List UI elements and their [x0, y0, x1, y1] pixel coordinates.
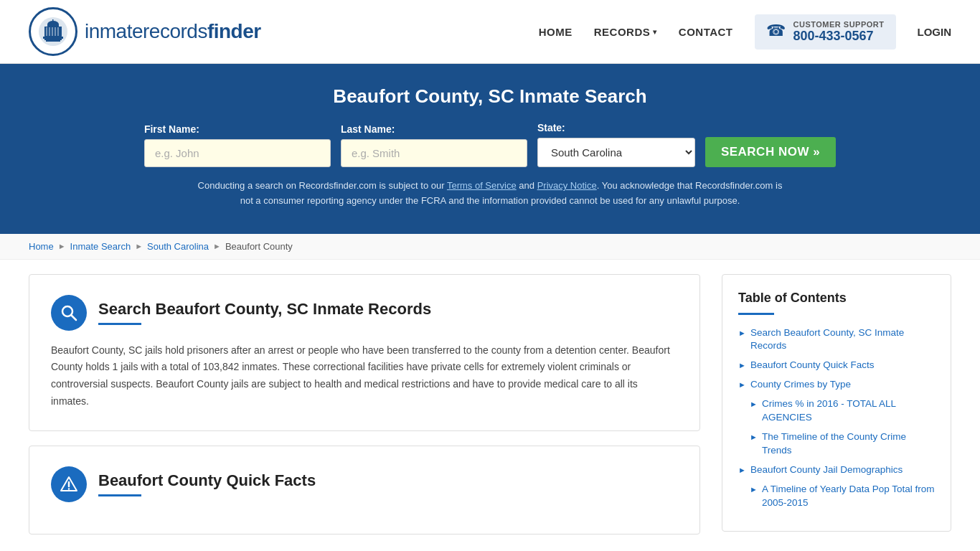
first-name-group: First Name:: [144, 123, 331, 167]
site-header: inmaterecordsfinder HOME RECORDS ▾ CONTA…: [0, 0, 980, 64]
breadcrumb-home[interactable]: Home: [29, 241, 54, 252]
toc-item-1: ► Search Beaufort County, SC Inmate Reco…: [738, 326, 935, 354]
last-name-input[interactable]: [341, 139, 527, 167]
toc-item-7: ► A Timeline of Yearly Data Pop Total fr…: [750, 483, 935, 510]
support-text-area: CUSTOMER SUPPORT 800-433-0567: [793, 20, 885, 44]
section-title-quickfacts: Beaufort County Quick Facts: [98, 471, 316, 490]
svg-rect-9: [43, 37, 63, 39]
svg-rect-6: [52, 27, 53, 36]
toc-divider: [738, 313, 774, 315]
quick-facts-section: Beaufort County Quick Facts: [29, 446, 700, 534]
site-logo[interactable]: inmaterecordsfinder: [29, 7, 261, 56]
toc-list: ► Search Beaufort County, SC Inmate Reco…: [738, 326, 935, 510]
hero-title: Beaufort County, SC Inmate Search: [29, 85, 951, 108]
magnifier-icon: [60, 303, 78, 322]
nav-records[interactable]: RECORDS ▾: [594, 26, 657, 38]
toc-chevron-6: ►: [738, 465, 746, 476]
breadcrumb-sep-2: ►: [135, 242, 143, 250]
svg-rect-8: [57, 27, 59, 36]
nav-home[interactable]: HOME: [539, 26, 573, 38]
toc-chevron-4: ►: [750, 399, 758, 410]
section-title-group: Search Beaufort County, SC Inmate Record…: [98, 300, 431, 325]
search-icon-circle: [51, 295, 87, 331]
section-title-search: Search Beaufort County, SC Inmate Record…: [98, 300, 431, 319]
state-label: State:: [537, 122, 565, 133]
svg-point-17: [68, 488, 70, 489]
toc-label-5: The Timeline of the County Crime Trends: [762, 430, 935, 458]
state-group: State: South Carolina Alabama Alaska Ari…: [537, 122, 695, 167]
toc-item-6: ► Beaufort County Jail Demographics: [738, 463, 935, 477]
toc-box: Table of Contents ► Search Beaufort Coun…: [722, 274, 951, 532]
toc-link-5[interactable]: ► The Timeline of the County Crime Trend…: [750, 430, 935, 458]
svg-rect-5: [49, 27, 50, 36]
toc-chevron-7: ►: [750, 484, 758, 495]
toc-label-3: County Crimes by Type: [750, 378, 851, 392]
hero-disclaimer: Conducting a search on Recordsfinder.com…: [196, 179, 784, 209]
breadcrumb-sep-3: ►: [213, 242, 221, 250]
logo-icon: [29, 7, 77, 56]
toc-link-4[interactable]: ► Crimes % in 2016 - TOTAL ALL AGENCIES: [750, 397, 935, 425]
first-name-input[interactable]: [144, 139, 331, 167]
toc-item-3: ► County Crimes by Type: [738, 378, 935, 392]
toc-chevron-1: ►: [738, 328, 746, 339]
nav-contact[interactable]: CONTACT: [679, 26, 733, 38]
support-label: CUSTOMER SUPPORT: [793, 20, 885, 29]
section-title-underline: [98, 323, 141, 325]
toc-chevron-5: ►: [750, 432, 758, 443]
chevron-down-icon: ▾: [653, 28, 657, 36]
privacy-link[interactable]: Privacy Notice: [537, 180, 597, 191]
toc-title: Table of Contents: [738, 291, 935, 306]
svg-rect-11: [46, 40, 60, 42]
customer-support-box: ☎ CUSTOMER SUPPORT 800-433-0567: [755, 14, 896, 50]
toc-label-6: Beaufort County Jail Demographics: [750, 463, 903, 477]
breadcrumb-inmate-search[interactable]: Inmate Search: [70, 241, 131, 252]
breadcrumb: Home ► Inmate Search ► South Carolina ► …: [0, 234, 980, 260]
toc-label-7: A Timeline of Yearly Data Pop Total from…: [762, 483, 935, 510]
toc-link-6[interactable]: ► Beaufort County Jail Demographics: [738, 463, 935, 477]
svg-line-14: [72, 315, 77, 320]
terms-link[interactable]: Terms of Service: [447, 180, 517, 191]
first-name-label: First Name:: [144, 123, 199, 135]
toc-chevron-3: ►: [738, 380, 746, 390]
section-body-search: Beaufort County, SC jails hold prisoners…: [51, 342, 678, 410]
section-title-underline-qf: [98, 494, 141, 496]
svg-rect-12: [52, 19, 54, 24]
breadcrumb-south-carolina[interactable]: South Carolina: [147, 241, 209, 252]
toc-link-3[interactable]: ► County Crimes by Type: [738, 378, 935, 392]
content-area: Search Beaufort County, SC Inmate Record…: [29, 274, 722, 549]
toc-item-4: ► Crimes % in 2016 - TOTAL ALL AGENCIES: [750, 397, 935, 425]
svg-rect-7: [55, 27, 56, 36]
toc-label-4: Crimes % in 2016 - TOTAL ALL AGENCIES: [762, 397, 935, 425]
svg-rect-4: [46, 27, 47, 36]
toc-label-2: Beaufort County Quick Facts: [750, 359, 875, 372]
hero-banner: Beaufort County, SC Inmate Search First …: [0, 64, 980, 234]
search-button[interactable]: SEARCH NOW »: [705, 137, 836, 167]
last-name-group: Last Name:: [341, 123, 527, 167]
toc-link-1[interactable]: ► Search Beaufort County, SC Inmate Reco…: [738, 326, 935, 354]
search-form: First Name: Last Name: State: South Caro…: [29, 122, 951, 167]
toc-chevron-2: ►: [738, 360, 746, 371]
logo-text: inmaterecordsfinder: [85, 20, 261, 43]
last-name-label: Last Name:: [341, 123, 395, 135]
toc-item-2: ► Beaufort County Quick Facts: [738, 359, 935, 372]
alert-icon-circle: [51, 466, 87, 502]
section-header-search: Search Beaufort County, SC Inmate Record…: [51, 295, 678, 331]
main-content: Search Beaufort County, SC Inmate Record…: [0, 260, 980, 551]
headphone-icon: ☎: [766, 22, 786, 42]
toc-link-7[interactable]: ► A Timeline of Yearly Data Pop Total fr…: [750, 483, 935, 510]
section-title-group-qf: Beaufort County Quick Facts: [98, 471, 316, 496]
svg-rect-10: [44, 39, 62, 40]
state-select[interactable]: South Carolina Alabama Alaska Arizona Ca…: [537, 138, 695, 167]
search-section: Search Beaufort County, SC Inmate Record…: [29, 274, 700, 431]
toc-link-2[interactable]: ► Beaufort County Quick Facts: [738, 359, 935, 372]
svg-rect-2: [47, 24, 59, 27]
toc-label-1: Search Beaufort County, SC Inmate Record…: [750, 326, 935, 354]
nav-login[interactable]: LOGIN: [918, 26, 952, 38]
breadcrumb-current: Beaufort County: [225, 241, 293, 252]
sidebar: Table of Contents ► Search Beaufort Coun…: [722, 274, 951, 549]
triangle-alert-icon: [60, 475, 78, 494]
section-header-quickfacts: Beaufort County Quick Facts: [51, 466, 678, 502]
building-svg: [37, 16, 69, 47]
main-nav: HOME RECORDS ▾ CONTACT ☎ CUSTOMER SUPPOR…: [539, 14, 951, 50]
breadcrumb-sep-1: ►: [58, 242, 66, 250]
